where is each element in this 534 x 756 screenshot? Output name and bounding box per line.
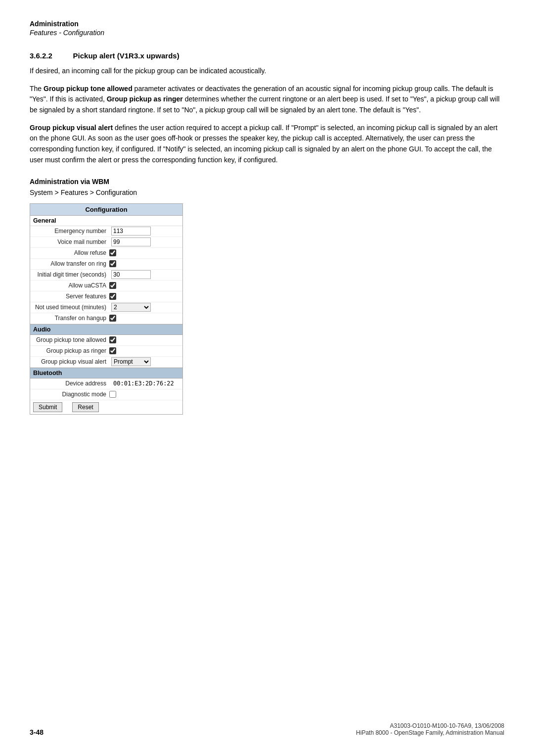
table-row: Diagnostic mode [30,389,182,400]
table-row: Emergency number [30,226,182,237]
config-table: Configuration General Emergency number V… [30,203,183,415]
allow-uacsta-checkbox[interactable] [109,282,116,289]
diagnostic-mode-value[interactable] [109,390,182,398]
allow-refuse-label: Allow refuse [30,249,109,257]
allow-refuse-value[interactable] [109,249,182,257]
emergency-number-input[interactable] [111,227,151,236]
not-used-timeout-value[interactable]: 2 5 10 [109,303,182,312]
config-header: Configuration [30,204,182,216]
table-row: Allow transfer on ring [30,259,182,270]
p2-bold1: Group pickup tone allowed [44,85,133,93]
footer-info: A31003-O1010-M100-10-76A9, 13/06/2008 Hi… [356,722,504,736]
device-address-label: Device address [30,379,109,388]
group-pickup-visual-value[interactable]: Prompt Notify [109,357,182,366]
bluetooth-section-label: Bluetooth [30,368,182,378]
group-pickup-tone-checkbox[interactable] [109,336,116,343]
group-pickup-ringer-checkbox[interactable] [109,347,116,354]
group-pickup-tone-value[interactable] [109,336,182,344]
audio-section-label: Audio [30,324,182,335]
server-features-value[interactable] [109,292,182,300]
p2-bold2: Group pickup as ringer [107,95,183,103]
allow-uacsta-label: Allow uaCSTA [30,282,109,290]
allow-transfer-value[interactable] [109,260,182,268]
p2-start: The [30,85,44,93]
digit-timer-label: Initial digit timer (seconds) [30,271,109,279]
section-heading: Pickup alert (V1R3.x upwards) [73,51,179,60]
server-features-label: Server features [30,292,109,301]
table-row: Group pickup visual alert Prompt Notify [30,357,182,368]
allow-transfer-label: Allow transfer on ring [30,260,109,268]
not-used-timeout-label: Not used timeout (minutes) [30,303,109,312]
voice-mail-value[interactable] [109,237,182,246]
table-row: Transfer on hangup [30,313,182,324]
footer-doc-title: HiPath 8000 - OpenStage Family, Administ… [356,729,504,736]
group-pickup-ringer-value[interactable] [109,347,182,355]
voice-mail-label: Voice mail number [30,238,109,246]
table-row: Group pickup tone allowed [30,335,182,346]
section-number: 3.6.2.2 [30,51,52,60]
voice-mail-input[interactable] [111,237,151,246]
emergency-number-value[interactable] [109,227,182,236]
table-row: Group pickup as ringer [30,346,182,357]
group-pickup-visual-label: Group pickup visual alert [30,358,109,366]
digit-timer-value[interactable] [109,270,182,279]
device-address-text: 00:01:E3:2D:76:22 [111,380,174,387]
footer-page-number: 3-48 [30,728,44,736]
transfer-hangup-checkbox[interactable] [109,315,116,322]
footer-doc-id: A31003-O1010-M100-10-76A9, 13/06/2008 [356,722,504,729]
submit-button[interactable]: Submit [33,402,62,412]
table-row: Initial digit timer (seconds) [30,270,182,281]
server-features-checkbox[interactable] [109,293,116,300]
paragraph-1: If desired, an incoming call for the pic… [30,66,504,77]
admin-subtitle: Features - Configuration [30,29,504,37]
allow-uacsta-value[interactable] [109,282,182,289]
transfer-hangup-value[interactable] [109,314,182,322]
group-pickup-tone-label: Group pickup tone allowed [30,336,109,344]
emergency-number-label: Emergency number [30,227,109,236]
allow-transfer-checkbox[interactable] [109,260,116,267]
digit-timer-input[interactable] [111,270,151,279]
paragraph-3: Group pickup visual alert defines the us… [30,123,504,166]
table-row: Server features [30,291,182,302]
table-row: Device address 00:01:E3:2D:76:22 [30,378,182,389]
not-used-timeout-select[interactable]: 2 5 10 [111,303,151,312]
paragraph-2: The Group pickup tone allowed parameter … [30,84,504,116]
admin-title: Administration [30,20,504,28]
table-row: Not used timeout (minutes) 2 5 10 [30,302,182,313]
general-section-label: General [30,216,182,226]
diagnostic-mode-checkbox[interactable] [109,391,116,398]
submit-row: Submit Reset [30,400,182,414]
table-row: Voice mail number [30,237,182,248]
table-row: Allow refuse [30,248,182,259]
admin-via-label: Administration via WBM [30,178,504,186]
allow-refuse-checkbox[interactable] [109,249,116,256]
nav-path: System > Features > Configuration [30,189,504,196]
group-pickup-visual-select[interactable]: Prompt Notify [111,357,151,366]
reset-button[interactable]: Reset [72,402,98,412]
admin-header: Administration Features - Configuration [30,20,504,37]
device-address-value: 00:01:E3:2D:76:22 [109,380,182,387]
group-pickup-ringer-label: Group pickup as ringer [30,347,109,355]
p3-bold: Group pickup visual alert [30,124,113,132]
transfer-hangup-label: Transfer on hangup [30,314,109,323]
diagnostic-mode-label: Diagnostic mode [30,390,109,399]
table-row: Allow uaCSTA [30,281,182,291]
section-title: 3.6.2.2 Pickup alert (V1R3.x upwards) [30,51,504,60]
